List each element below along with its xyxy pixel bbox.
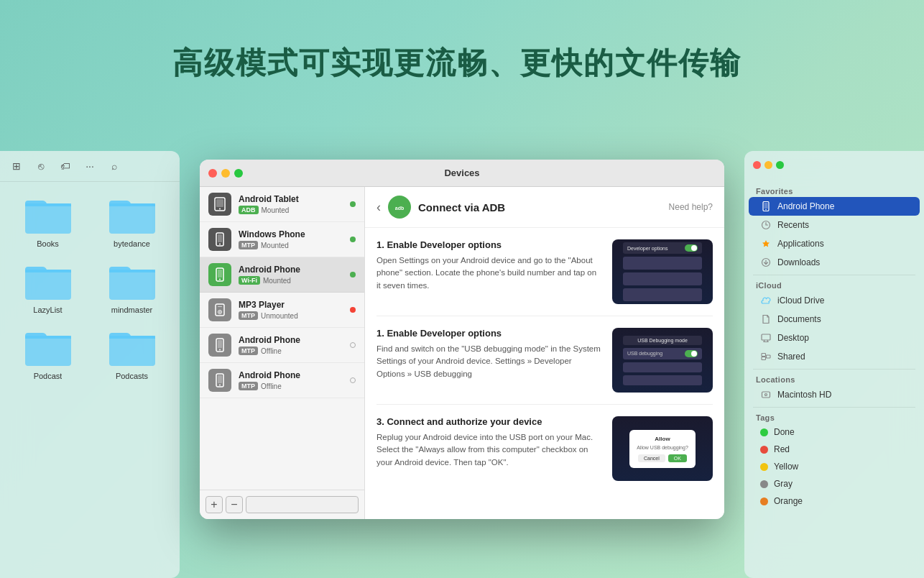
folder-label: LazyList [33,306,62,314]
instruction-title-1: 1. Enable Developer options [376,239,601,250]
close-button[interactable] [208,169,217,178]
list-item[interactable]: LazyList [11,260,84,314]
device-status: Offline [261,382,282,390]
list-item[interactable]: bytedance [96,193,168,248]
minimize-button[interactable] [221,169,230,178]
sidebar-item-desktop[interactable]: Desktop [749,329,920,347]
icloud-drive-label: iCloud Drive [777,295,824,306]
device-badge: Wi-Fi [239,276,260,285]
back-button[interactable]: ‹ [376,201,381,214]
devices-sidebar: Android Tablet ADB Mounted Windows Phone… [200,187,365,519]
sidebar-item-recents[interactable]: Recents [749,216,920,234]
device-item-mp3-player[interactable]: MP3 Player MTP Unmounted [200,293,364,328]
folder-icon [22,260,74,301]
sidebar-item-applications[interactable]: Applications [749,234,920,253]
view-toggle-icon[interactable]: ⊞ [9,158,24,174]
right-close-button[interactable] [753,161,761,169]
folder-icon [106,260,158,301]
sidebar-item-tag-orange[interactable]: Orange [749,492,920,510]
device-info: MP3 Player MTP Unmounted [239,300,343,320]
device-item-windows-phone[interactable]: Windows Phone MTP Mounted [200,222,364,257]
instruction-image-3: Allow Allow USB debugging? Cancel OK [612,416,713,481]
device-status: Mounted [261,242,289,249]
list-item[interactable]: Podcasts [96,326,168,380]
tag-dot-yellow [760,463,768,471]
list-item[interactable]: mindmaster [96,260,168,314]
folder-label: Podcast [34,372,63,380]
svg-rect-22 [764,203,768,208]
svg-point-2 [219,208,221,210]
tag-red-label: Red [774,444,790,454]
tag-yellow-label: Yellow [774,462,798,472]
device-status: Mounted [263,277,291,285]
sidebar-item-downloads[interactable]: Downloads [749,253,920,272]
svg-point-8 [219,279,221,280]
device-name: Android Phone [239,335,343,345]
svg-rect-7 [218,270,222,277]
remove-device-button[interactable]: − [226,496,243,513]
instructions-list: 1. Enable Developer options Open Setting… [365,228,724,519]
device-status: Unmounted [261,312,298,320]
right-traffic-lights [753,161,784,169]
separator-icloud-locations [753,369,915,370]
folder-label: bytedance [114,239,150,248]
svg-rect-12 [218,306,222,307]
deny-button[interactable]: Cancel [638,454,665,462]
device-badge-row: MTP Unmounted [239,311,343,320]
tag-icon[interactable]: 🏷 [57,158,73,174]
window-body: Android Tablet ADB Mounted Windows Phone… [200,187,724,519]
list-item[interactable]: Podcast [11,326,84,380]
device-status: Mounted [262,206,290,214]
macintosh-hd-label: Macintosh HD [777,390,831,400]
sidebar-item-tag-red[interactable]: Red [749,441,920,458]
help-link[interactable]: Need help? [669,202,713,212]
connect-header: ‹ adb Connect via ADB Need help? [365,187,724,228]
sidebar-item-shared[interactable]: Shared [749,347,920,366]
phone-icon [760,201,772,212]
device-item-android-phone-mtp-2[interactable]: Android Phone MTP Offline [200,363,364,398]
status-dot [350,377,356,383]
instruction-text-1: 1. Enable Developer options Open Setting… [376,239,601,292]
separator-locations-tags [753,407,915,408]
locations-header: Locations [744,372,924,385]
right-maximize-button[interactable] [776,161,784,169]
documents-label: Documents [777,314,821,324]
traffic-lights [208,169,243,178]
tag-dot-orange [760,497,768,505]
device-info: Android Phone Wi-Fi Mounted [239,265,343,285]
folder-icon [106,193,158,235]
sidebar-item-tag-done[interactable]: Done [749,423,920,441]
applications-icon [760,238,772,249]
svg-rect-27 [762,334,770,340]
add-device-button[interactable]: + [205,496,223,513]
right-minimize-button[interactable] [764,161,772,169]
icloud-drive-icon [760,295,772,306]
list-item[interactable]: Books [11,193,84,248]
device-item-android-phone-mtp-1[interactable]: Android Phone MTP Offline [200,328,364,363]
device-item-android-phone-wifi[interactable]: Android Phone Wi-Fi Mounted [200,257,364,293]
svg-rect-17 [218,375,222,383]
sidebar-item-macintosh-hd[interactable]: Macintosh HD [749,385,920,404]
folder-label: Books [37,239,59,248]
search-icon[interactable]: ⌕ [106,158,122,174]
macintosh-hd-icon [760,389,772,400]
ok-button[interactable]: OK [668,454,687,462]
folder-label: Podcasts [116,372,148,380]
device-name: Android Phone [239,265,343,275]
applications-label: Applications [777,239,824,249]
sidebar-item-tag-gray[interactable]: Gray [749,475,920,492]
device-item-android-tablet[interactable]: Android Tablet ADB Mounted [200,187,364,222]
tag-gray-label: Gray [774,479,793,489]
more-icon[interactable]: ··· [82,158,98,174]
separator-1 [376,316,713,316]
sidebar-item-android-phone[interactable]: Android Phone [749,197,920,216]
downloads-icon [760,257,772,268]
maximize-button[interactable] [234,169,243,178]
sidebar-item-documents[interactable]: Documents [749,310,920,329]
sidebar-item-icloud-drive[interactable]: iCloud Drive [749,291,920,310]
share-icon[interactable]: ⎋ [33,158,49,174]
sidebar-item-tag-yellow[interactable]: Yellow [749,458,920,475]
instruction-image-2: USB Debugging mode USB debugging [612,328,713,393]
right-finder-panel: Favorites Android Phone Recents Applicat… [744,151,924,578]
status-dot [350,237,356,242]
